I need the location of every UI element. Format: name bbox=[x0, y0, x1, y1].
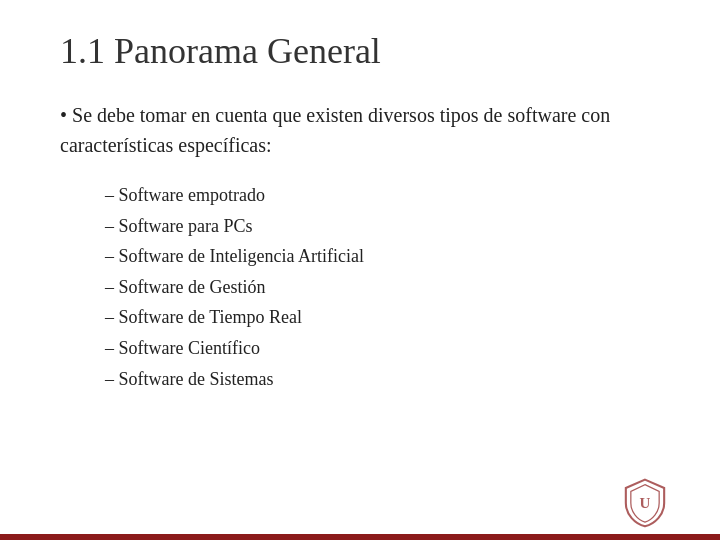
list-item: – Software para PCs bbox=[105, 211, 670, 242]
slide-title: 1.1 Panorama General bbox=[50, 30, 670, 72]
sub-bullet-text: – Software de Sistemas bbox=[105, 364, 273, 395]
list-item: – Software de Inteligencia Artificial bbox=[105, 241, 670, 272]
sub-bullet-text: – Software empotrado bbox=[105, 180, 265, 211]
main-bullet-point: • Se debe tomar en cuenta que existen di… bbox=[50, 100, 670, 160]
slide-container: 1.1 Panorama General • Se debe tomar en … bbox=[0, 0, 720, 540]
list-item: – Software Científico bbox=[105, 333, 670, 364]
list-item: – Software empotrado bbox=[105, 180, 670, 211]
main-bullet-text: Se debe tomar en cuenta que existen dive… bbox=[60, 104, 610, 156]
bullet-prefix: • bbox=[60, 104, 72, 126]
sub-bullet-text: – Software para PCs bbox=[105, 211, 252, 242]
sub-bullet-text: – Software de Gestión bbox=[105, 272, 265, 303]
logo-icon: U bbox=[620, 478, 670, 528]
sub-bullet-text: – Software de Inteligencia Artificial bbox=[105, 241, 364, 272]
list-item: – Software de Tiempo Real bbox=[105, 302, 670, 333]
sub-bullet-text: – Software de Tiempo Real bbox=[105, 302, 302, 333]
sub-bullets-list: – Software empotrado – Software para PCs… bbox=[50, 180, 670, 394]
list-item: – Software de Sistemas bbox=[105, 364, 670, 395]
svg-text:U: U bbox=[640, 495, 651, 511]
list-item: – Software de Gestión bbox=[105, 272, 670, 303]
bottom-accent-bar bbox=[0, 534, 720, 540]
sub-bullet-text: – Software Científico bbox=[105, 333, 260, 364]
